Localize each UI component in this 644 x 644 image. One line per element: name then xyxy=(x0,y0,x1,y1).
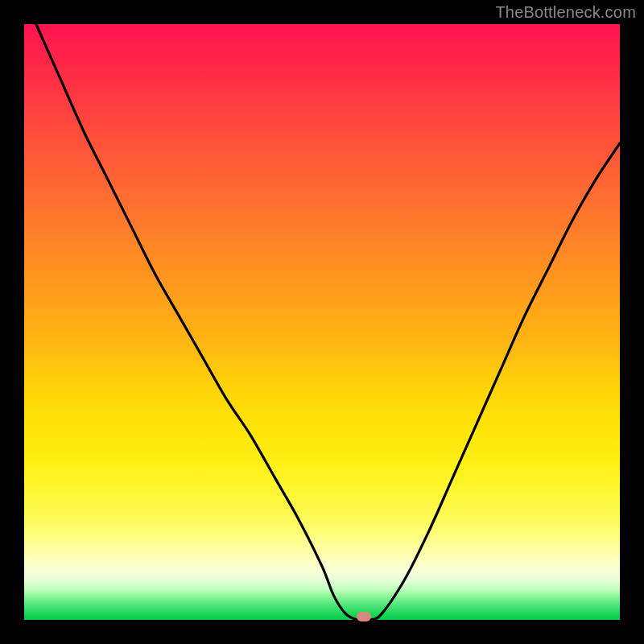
bottleneck-curve xyxy=(24,24,620,620)
optimal-point-marker xyxy=(357,612,371,621)
chart-frame: TheBottleneck.com xyxy=(0,0,644,644)
plot-area xyxy=(24,24,620,620)
watermark-text: TheBottleneck.com xyxy=(495,3,636,22)
